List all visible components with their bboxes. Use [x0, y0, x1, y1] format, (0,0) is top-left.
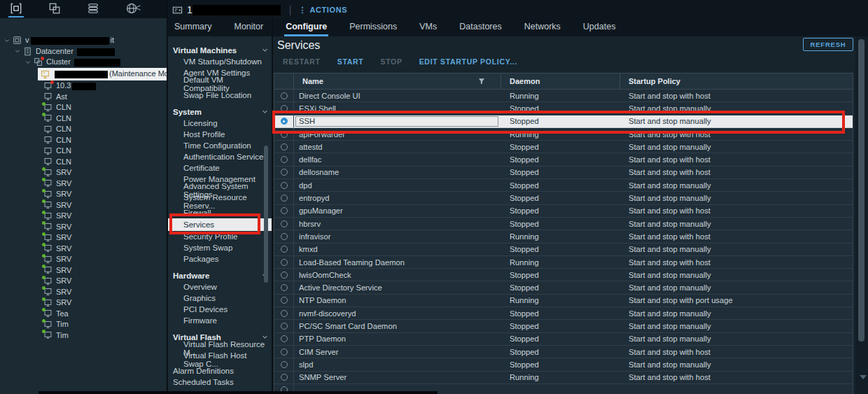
tree-item[interactable]: SRV [0, 265, 167, 276]
row-radio-button[interactable] [281, 131, 288, 138]
nav-firmware[interactable]: Firmware [173, 315, 268, 326]
row-radio-button[interactable] [281, 220, 288, 227]
tab-vms[interactable]: VMs [418, 18, 438, 36]
tree-item[interactable]: CLN [0, 124, 167, 135]
nav-system-swap[interactable]: System Swap [173, 242, 268, 253]
tree-item[interactable]: CLN [0, 134, 167, 146]
filter-icon[interactable] [478, 78, 485, 85]
actions-menu-icon[interactable]: ⋮ [298, 6, 306, 15]
nav-scheduled-tasks[interactable]: Scheduled Tasks [173, 377, 268, 388]
service-row-cim-server[interactable]: CIM ServerStoppedStart and stop with hos… [274, 346, 853, 358]
tab-permissions[interactable]: Permissions [348, 18, 398, 36]
service-row-snmp-server[interactable]: SNMP ServerRunningStart and stop with ho… [274, 372, 853, 384]
row-radio-button[interactable] [281, 169, 288, 176]
stop-button[interactable]: STOP [380, 57, 402, 66]
tree-item[interactable]: SRV [0, 199, 167, 211]
row-radio-button[interactable] [281, 195, 288, 202]
service-row-kmxd[interactable]: kmxdStoppedStart and stop manually [274, 244, 853, 256]
start-button[interactable]: START [337, 57, 364, 66]
tab-networks[interactable]: Networks [523, 18, 562, 36]
tab-updates[interactable]: Updates [582, 18, 617, 36]
tree-item[interactable]: Tea [0, 308, 167, 319]
service-row-slpd[interactable]: slpdStoppedStart and stop manually [274, 358, 853, 371]
row-radio-button[interactable] [281, 361, 288, 368]
vms-and-templates-icon[interactable] [47, 1, 62, 16]
row-radio-button[interactable] [281, 105, 288, 112]
nav-hardware[interactable]: Hardware [173, 270, 268, 281]
tree-item[interactable]: SRV [0, 286, 167, 297]
chevron-down-icon[interactable] [262, 46, 268, 55]
name-column-header[interactable]: Name [294, 73, 501, 89]
row-radio-button[interactable] [281, 156, 288, 163]
tree-item[interactable]: SRV [0, 178, 167, 189]
tree-item[interactable]: 10.3 [0, 80, 167, 92]
row-radio-button[interactable] [281, 143, 288, 150]
hosts-and-clusters-icon[interactable] [8, 1, 24, 17]
tree-item[interactable]: SRV [0, 189, 167, 200]
tree-item[interactable]: Datacenter [0, 46, 167, 57]
row-radio-button[interactable] [281, 207, 288, 214]
tree-item[interactable]: SRV [0, 211, 167, 222]
content-scrollbar-thumb[interactable] [858, 39, 864, 342]
service-row-ssh[interactable]: SSHStoppedStart and stop manually [274, 115, 853, 128]
service-row-hbrsrv[interactable]: hbrsrvStoppedStart and stop manually [274, 218, 853, 230]
tree-item[interactable]: CLN [0, 113, 167, 124]
tree-item[interactable]: SRV [0, 297, 167, 309]
startup-policy-column-header[interactable]: Startup Policy [620, 73, 853, 89]
tree-item[interactable]: CLN [0, 156, 167, 167]
row-radio-button[interactable] [281, 272, 288, 279]
tree-item[interactable]: Tim [0, 330, 167, 341]
nav-virtual-flash-host-swap-c[interactable]: Virtual Flash Host Swap C... [173, 354, 268, 365]
service-row-apiforwarder[interactable]: apiForwarderRunningStart and stop with h… [274, 128, 853, 141]
service-row-load-based-teaming-daemon[interactable]: Load-Based Teaming DaemonRunningStart an… [274, 256, 853, 269]
nav-graphics[interactable]: Graphics [173, 293, 268, 304]
nav-security-profile[interactable]: Security Profile [173, 231, 268, 242]
nav-authentication-services[interactable]: Authentication Services [173, 151, 268, 162]
daemon-column-header[interactable]: Daemon [501, 73, 620, 89]
storage-icon[interactable] [85, 1, 101, 16]
service-row-ptp-daemon[interactable]: PTP DaemonStoppedStart and stop manually [274, 333, 853, 346]
nav-time-configuration[interactable]: Time Configuration [173, 140, 268, 151]
tree-item[interactable]: CLN [0, 102, 167, 113]
chevron-down-icon[interactable] [15, 48, 23, 54]
service-row-entropyd[interactable]: entropydStoppedStart and stop manually [274, 192, 853, 204]
service-row-esxi-shell[interactable]: ESXi ShellStoppedStart and stop manually [274, 102, 853, 115]
row-radio-button[interactable] [281, 374, 288, 381]
nav-certificate[interactable]: Certificate [173, 162, 268, 174]
nav-overview[interactable]: Overview [173, 281, 268, 293]
service-row-dellfac[interactable]: dellfacStoppedStart and stop with host [274, 153, 853, 166]
nav-licensing[interactable]: Licensing [173, 118, 268, 129]
tab-summary[interactable]: Summary [173, 18, 213, 36]
tree-item[interactable]: Cluster [0, 57, 167, 68]
row-radio-button[interactable] [281, 284, 288, 291]
nav-system[interactable]: System [173, 106, 268, 118]
refresh-button[interactable]: REFRESH [803, 38, 853, 51]
scrollbar-down-arrow-icon[interactable] [860, 375, 867, 379]
row-radio-button[interactable] [281, 349, 288, 356]
row-radio-button[interactable] [281, 297, 288, 304]
tree-item[interactable]: SRV [0, 167, 167, 178]
tree-item[interactable]: vit [0, 35, 167, 46]
tree-item[interactable]: SRV [0, 221, 167, 232]
service-row-nvmf-discoveryd[interactable]: nvmf-discoverydStoppedStart and stop man… [274, 307, 853, 320]
chevron-down-icon[interactable] [25, 59, 34, 65]
nav-pci-devices[interactable]: PCI Devices [173, 304, 268, 315]
service-row-attestd[interactable]: attestdStoppedStart and stop manually [274, 141, 853, 153]
service-row-dellosname[interactable]: dellosnameStoppedStart and stop with hos… [274, 167, 853, 179]
nav-scrollbar-thumb[interactable] [264, 146, 268, 283]
tab-datastores[interactable]: Datastores [458, 18, 503, 36]
tree-item[interactable]: Tim [0, 319, 167, 330]
nav-packages[interactable]: Packages [173, 253, 268, 265]
service-row-lwisoomcheck[interactable]: lwisOomCheckStoppedStart and stop manual… [274, 269, 853, 281]
restart-button[interactable]: RESTART [283, 57, 321, 66]
row-radio-button[interactable] [281, 182, 288, 189]
service-row-gpumanager[interactable]: gpuManagerStoppedStart and stop with hos… [274, 205, 853, 218]
service-row-active-directory-service[interactable]: Active Directory ServiceStoppedStart and… [274, 281, 853, 294]
row-radio-button[interactable] [281, 246, 288, 253]
row-radio-button[interactable] [281, 310, 288, 317]
service-row-ntp-daemon[interactable]: NTP DaemonRunningStart and stop with por… [274, 295, 853, 307]
nav-host-profile[interactable]: Host Profile [173, 129, 268, 140]
tree-item[interactable]: SRV [0, 254, 167, 265]
row-radio-button[interactable] [281, 259, 288, 266]
tree-item[interactable]: CLN [0, 146, 167, 157]
